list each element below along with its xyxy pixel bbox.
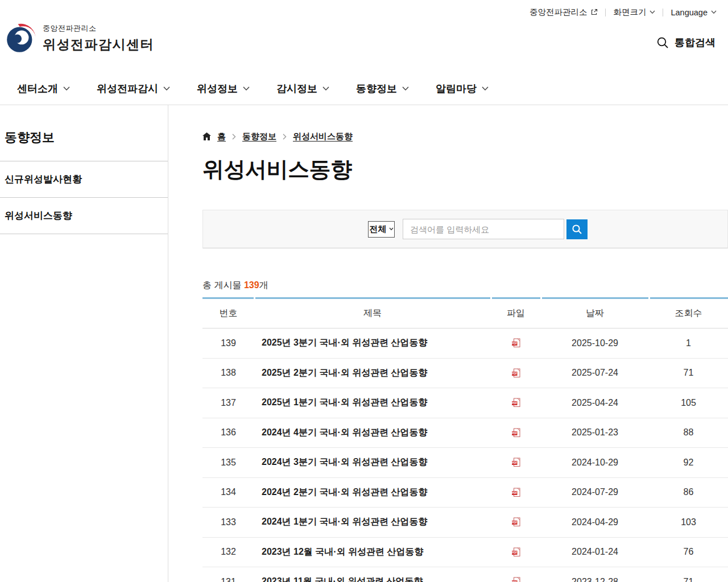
pdf-file-icon[interactable]: PDF [511, 428, 521, 438]
search-category-select[interactable]: 전체 [368, 221, 395, 238]
svg-text:PDF: PDF [512, 462, 517, 465]
post-title-link[interactable]: 2024년 4분기 국내·외 위성관련 산업동향 [254, 418, 491, 448]
sidebar: 동향정보 신규위성발사현황 위성서비스동향 [0, 105, 168, 582]
pdf-file-icon[interactable]: PDF [511, 368, 521, 378]
row-number: 139 [202, 329, 254, 358]
post-title-link[interactable]: 2023년 12월 국내·외 위성관련 산업동향 [254, 538, 491, 567]
logo-text: 중앙전파관리소 위성전파감시센터 [43, 23, 154, 53]
post-title-link[interactable]: 2025년 2분기 국내·외 위성관련 산업동향 [254, 359, 491, 388]
post-title-link[interactable]: 2025년 1분기 국내·외 위성관련 산업동향 [254, 388, 491, 418]
chevron-right-icon [232, 134, 236, 140]
svg-text:PDF: PDF [512, 372, 517, 375]
row-views: 105 [649, 388, 728, 418]
board-total: 총 게시물 139개 [202, 279, 728, 292]
pdf-file-icon[interactable]: PDF [511, 338, 521, 348]
language-label: Language [671, 8, 708, 17]
row-date: 2025-01-23 [541, 418, 649, 448]
nav-item-satellite-info[interactable]: 위성정보 [197, 82, 250, 95]
utility-divider [605, 9, 606, 16]
row-number: 138 [202, 359, 254, 388]
screen-size-menu[interactable]: 화면크기 [613, 7, 655, 18]
column-header-title: 제목 [254, 299, 491, 328]
pdf-file-icon[interactable]: PDF [511, 577, 521, 582]
row-number: 132 [202, 538, 254, 567]
sidebar-item-new-satellite-launch[interactable]: 신규위성발사현황 [0, 161, 168, 198]
board-search-panel: 전체 [202, 210, 728, 248]
breadcrumb-section-link[interactable]: 동향정보 [242, 131, 276, 142]
total-count: 139 [244, 280, 259, 290]
file-cell: PDF [491, 567, 541, 582]
nav-item-notice[interactable]: 알림마당 [436, 82, 489, 95]
row-views: 86 [649, 478, 728, 508]
row-views: 71 [649, 359, 728, 388]
post-title-link[interactable]: 2025년 3분기 국내·외 위성관련 산업동향 [254, 329, 491, 358]
external-link-icon [590, 9, 598, 16]
chevron-down-icon [63, 86, 70, 91]
file-cell: PDF [491, 478, 541, 508]
file-cell: PDF [491, 538, 541, 567]
pdf-file-icon[interactable]: PDF [511, 488, 521, 497]
nav-label: 동향정보 [356, 82, 397, 95]
site-logo[interactable]: 중앙전파관리소 위성전파감시센터 [6, 23, 154, 53]
global-search-button[interactable]: 통합검색 [656, 36, 715, 49]
breadcrumb: 홈 동향정보 위성서비스동향 [202, 131, 728, 142]
column-header-file: 파일 [491, 299, 541, 328]
post-title-link[interactable]: 2023년 11월 국내·외 위성관련 산업동향 [254, 567, 491, 582]
logo-org-name: 중앙전파관리소 [43, 23, 154, 34]
pdf-file-icon[interactable]: PDF [511, 398, 521, 408]
row-date: 2024-04-29 [541, 508, 649, 537]
row-date: 2023-12-28 [541, 567, 649, 582]
nav-label: 위성정보 [197, 82, 238, 95]
svg-text:PDF: PDF [512, 522, 517, 525]
nav-item-trend-info[interactable]: 동향정보 [356, 82, 409, 95]
screen-size-label: 화면크기 [613, 7, 646, 18]
breadcrumb-home-link[interactable]: 홈 [217, 131, 226, 142]
search-category-value: 전체 [370, 224, 387, 235]
related-site-link[interactable]: 중앙전파관리소 [530, 7, 598, 18]
chevron-down-icon [243, 86, 250, 91]
table-row: 134 2024년 2분기 국내·외 위성관련 산업동향 PDF 2024-07… [202, 478, 728, 508]
main-navigation: 센터소개 위성전파감시 위성정보 감시정보 동향정보 알림마당 [0, 72, 728, 105]
utility-bar: 중앙전파관리소 화면크기 Language [530, 7, 717, 18]
search-submit-button[interactable] [566, 219, 588, 239]
table-row: 133 2024년 1분기 국내·외 위성관련 산업동향 PDF 2024-04… [202, 508, 728, 538]
pdf-file-icon[interactable]: PDF [511, 517, 521, 527]
sidebar-title: 동향정보 [0, 105, 168, 161]
row-views: 92 [649, 448, 728, 477]
language-menu[interactable]: Language [671, 8, 717, 17]
breadcrumb-current-link[interactable]: 위성서비스동향 [293, 131, 353, 142]
file-cell: PDF [491, 388, 541, 418]
row-number: 135 [202, 448, 254, 477]
nav-item-satellite-monitoring[interactable]: 위성전파감시 [97, 82, 170, 95]
home-icon [202, 132, 211, 140]
sidebar-item-satellite-service-trend[interactable]: 위성서비스동향 [0, 198, 168, 234]
nav-item-center-intro[interactable]: 센터소개 [17, 82, 70, 95]
nav-label: 센터소개 [17, 82, 58, 95]
post-title-link[interactable]: 2024년 1분기 국내·외 위성관련 산업동향 [254, 508, 491, 537]
svg-text:PDF: PDF [512, 492, 517, 494]
total-suffix: 개 [259, 280, 268, 290]
row-number: 134 [202, 478, 254, 508]
svg-text:PDF: PDF [512, 551, 517, 554]
table-header-row: 번호 제목 파일 날짜 조회수 [202, 299, 728, 329]
government-emblem-icon [6, 23, 36, 53]
search-keyword-input[interactable] [403, 219, 564, 239]
file-cell: PDF [491, 418, 541, 448]
chevron-down-icon [389, 227, 394, 231]
row-views: 88 [649, 418, 728, 448]
nav-label: 감시정보 [276, 82, 317, 95]
pdf-file-icon[interactable]: PDF [511, 458, 521, 467]
chevron-down-icon [322, 86, 329, 91]
nav-item-monitoring-info[interactable]: 감시정보 [276, 82, 329, 95]
file-cell: PDF [491, 448, 541, 477]
row-number: 136 [202, 418, 254, 448]
row-views: 71 [649, 567, 728, 582]
page-title: 위성서비스동향 [202, 156, 728, 182]
nav-label: 위성전파감시 [97, 82, 158, 95]
post-title-link[interactable]: 2024년 3분기 국내·외 위성관련 산업동향 [254, 448, 491, 477]
pdf-file-icon[interactable]: PDF [511, 547, 521, 557]
row-date: 2025-07-24 [541, 359, 649, 388]
chevron-down-icon [402, 86, 409, 91]
post-title-link[interactable]: 2024년 2분기 국내·외 위성관련 산업동향 [254, 478, 491, 508]
table-row: 137 2025년 1분기 국내·외 위성관련 산업동향 PDF 2025-04… [202, 388, 728, 418]
